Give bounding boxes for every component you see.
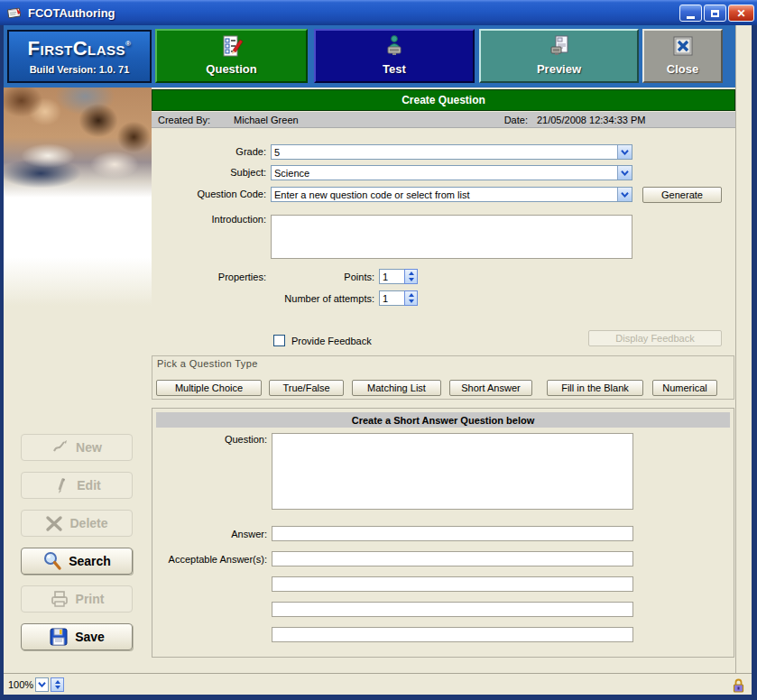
search-magnifier-icon — [42, 551, 62, 571]
grade-value: 5 — [272, 147, 617, 158]
true-false-button[interactable]: True/False — [269, 380, 344, 396]
print-label: Print — [76, 592, 105, 606]
question-checklist-icon — [220, 34, 244, 58]
provide-feedback-label: Provide Feedback — [291, 336, 372, 346]
search-button[interactable]: Search — [21, 548, 133, 575]
classroom-photo — [4, 88, 152, 198]
multiple-choice-button[interactable]: Multiple Choice — [156, 380, 262, 396]
provide-feedback-checkbox[interactable] — [273, 335, 285, 346]
save-label: Save — [75, 630, 105, 644]
save-floppy-icon — [49, 627, 69, 647]
sa-question-textarea[interactable] — [272, 433, 633, 510]
nav-preview-button[interactable]: Preview — [479, 29, 639, 83]
close-window-button[interactable]: ✕ — [728, 5, 754, 22]
lock-icon — [733, 677, 744, 693]
nav-close-button[interactable]: Close — [642, 29, 723, 83]
window-title: FCOTAuthoring — [28, 6, 115, 20]
test-person-icon — [383, 34, 406, 58]
sa-acceptable-input-3[interactable] — [272, 602, 633, 617]
sa-acceptable-label: Acceptable Answer(s): — [154, 554, 267, 565]
question-code-combobox[interactable]: Enter a new question code or select from… — [271, 187, 632, 202]
edit-pencil-icon — [52, 476, 70, 494]
print-button[interactable]: Print — [21, 585, 133, 612]
app-icon — [7, 5, 23, 20]
short-answer-section: Create a Short Answer Question below Que… — [152, 408, 734, 658]
grade-dropdown-arrow-icon[interactable] — [617, 145, 632, 159]
meta-bar: Created By: Michael Green Date: 21/05/20… — [152, 112, 735, 128]
registered-mark: ® — [125, 40, 131, 48]
brand-logo-panel: FirstClass® Build Version: 1.0. 71 — [7, 30, 152, 83]
sa-answer-label: Answer: — [154, 529, 267, 539]
created-by-label: Created By: — [158, 115, 210, 125]
new-icon — [51, 438, 69, 456]
main-content: Create Question Created By: Michael Gree… — [152, 88, 735, 673]
subject-dropdown-arrow-icon[interactable] — [617, 166, 632, 180]
brand-logo: FirstClass® — [28, 39, 132, 59]
application-window: FCOTAuthoring ✕ FirstClass® Build Versio… — [0, 0, 757, 700]
subject-combobox[interactable]: Science — [271, 165, 632, 180]
close-x-box-icon — [671, 34, 695, 58]
sa-acceptable-input-1[interactable] — [272, 551, 633, 566]
maximize-icon — [711, 10, 719, 17]
grade-combobox[interactable]: 5 — [271, 144, 632, 160]
generate-label: Generate — [661, 189, 703, 200]
print-icon — [50, 590, 69, 608]
matching-list-button[interactable]: Matching List — [352, 380, 441, 396]
points-spinner-arrows-icon[interactable] — [404, 269, 418, 284]
question-type-group: Pick a Question Type Multiple Choice Tru… — [152, 355, 734, 400]
question-code-dropdown-arrow-icon[interactable] — [617, 188, 632, 201]
question-code-value: Enter a new question code or select from… — [272, 189, 617, 200]
attempts-input[interactable] — [379, 290, 404, 306]
nav-question-button[interactable]: Question — [155, 29, 308, 83]
delete-x-icon — [45, 514, 63, 532]
window-border-bottom — [0, 695, 757, 700]
sa-question-label: Question: — [154, 434, 267, 445]
introduction-label: Introduction: — [153, 214, 266, 225]
attempts-spinner-arrows-icon[interactable] — [404, 290, 418, 306]
nav-test-label: Test — [383, 62, 406, 76]
zoom-level-value: 100% — [8, 679, 33, 690]
sa-answer-input[interactable] — [272, 526, 633, 541]
maximize-button[interactable] — [704, 5, 726, 22]
edit-button[interactable]: Edit — [21, 472, 133, 499]
introduction-textarea[interactable] — [271, 215, 632, 259]
close-icon: ✕ — [736, 8, 745, 19]
minimize-icon — [687, 16, 695, 19]
short-answer-header: Create a Short Answer Question below — [156, 412, 730, 428]
created-by-value: Michael Green — [234, 115, 299, 125]
sa-acceptable-input-2[interactable] — [272, 576, 633, 592]
sa-acceptable-input-4[interactable] — [272, 627, 633, 642]
generate-button[interactable]: Generate — [642, 187, 722, 203]
subject-value: Science — [272, 168, 617, 179]
status-bar: 100% — [4, 673, 752, 695]
display-feedback-button[interactable]: Display Feedback — [588, 330, 722, 346]
page-title: Create Question — [402, 94, 485, 106]
subject-label: Subject: — [153, 167, 266, 178]
minimize-button[interactable] — [679, 5, 702, 22]
new-button[interactable]: New — [21, 434, 133, 461]
fill-in-the-blank-button[interactable]: Fill in the Blank — [547, 380, 643, 396]
zoom-spinner-arrows-icon[interactable] — [51, 677, 64, 692]
points-label: Points: — [153, 272, 374, 282]
attempts-stepper[interactable] — [379, 290, 418, 306]
question-code-label: Question Code: — [153, 189, 266, 199]
date-value: 21/05/2008 12:34:33 PM — [537, 115, 645, 125]
date-label: Date: — [504, 115, 528, 125]
short-answer-button[interactable]: Short Answer — [449, 380, 532, 396]
new-label: New — [76, 440, 102, 455]
preview-document-icon — [548, 34, 571, 58]
right-gutter — [735, 25, 752, 673]
nav-test-button[interactable]: Test — [314, 29, 475, 83]
display-feedback-label: Display Feedback — [615, 333, 694, 344]
points-stepper[interactable] — [379, 269, 418, 284]
question-type-group-label: Pick a Question Type — [157, 358, 258, 369]
nav-preview-label: Preview — [537, 62, 581, 76]
numerical-button[interactable]: Numerical — [652, 380, 717, 396]
build-version: Build Version: 1.0. 71 — [30, 64, 130, 75]
titlebar: FCOTAuthoring ✕ — [0, 0, 757, 25]
save-button[interactable]: Save — [21, 623, 133, 650]
zoom-dropdown-arrow-icon[interactable] — [35, 677, 49, 692]
delete-button[interactable]: Delete — [21, 510, 133, 537]
grade-label: Grade: — [153, 146, 266, 157]
points-input[interactable] — [379, 269, 404, 284]
